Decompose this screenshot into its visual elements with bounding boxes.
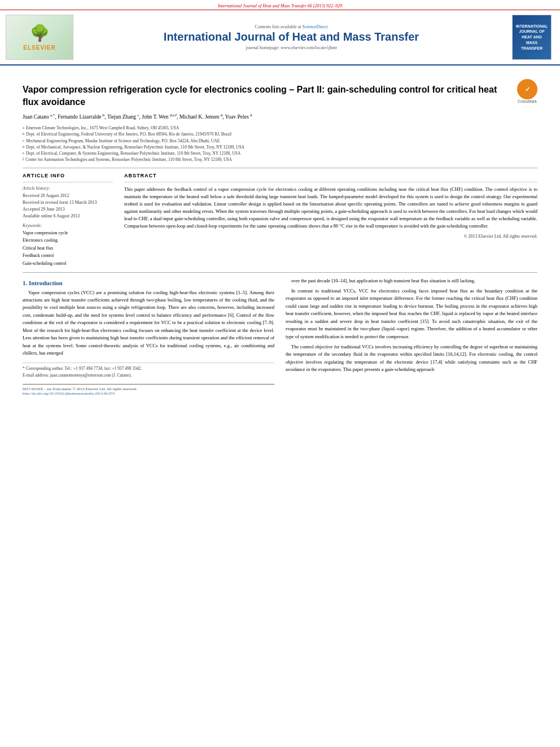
sciencedirect-link[interactable]: ScienceDirect	[303, 24, 328, 29]
affil-text-c: Mechanical Engineering Program, Masdar I…	[26, 138, 220, 144]
journal-header: International Journal of Heat and Mass T…	[0, 0, 560, 10]
article-info-col: ARTICLE INFO Article history: Received 2…	[23, 173, 113, 268]
journal-homepage: journal homepage: www.elsevier.com/locat…	[79, 45, 504, 50]
affil-b: b Dept. of Electrical Engineering, Feder…	[23, 131, 537, 137]
history-label: Article history:	[23, 186, 113, 191]
elsevier-logo-box: 🌳 ELSEVIER	[6, 15, 73, 60]
journal-title: International Journal of Heat and Mass T…	[79, 30, 504, 43]
contents-text: Contents lists available at	[255, 24, 301, 29]
affil-sup-e: e	[23, 150, 24, 156]
bottom-left: 0017-9310/$ – see front matter © 2013 El…	[23, 387, 137, 396]
available-date: Available online 6 August 2013	[23, 213, 113, 220]
revised-date: Received in revised form 13 March 2013	[23, 199, 113, 206]
crossmark-label: CrossMark	[517, 99, 537, 103]
affil-text-b: Dept. of Electrical Engineering, Federal…	[26, 131, 231, 137]
article-info-title: ARTICLE INFO	[23, 173, 113, 178]
intro-para-1: Vapor compression cycles (VCC) are a pro…	[23, 289, 274, 357]
intro-para-2: over the past decade [10–14], but applic…	[286, 277, 537, 285]
abstract-text: This paper addresses the feedback contro…	[124, 186, 537, 230]
affil-sup-a: a	[23, 125, 24, 131]
keywords-label: Keywords:	[23, 223, 113, 228]
keywords-list: Vapor compression cycle Electronics cool…	[23, 229, 113, 268]
footnote-section: * Corresponding author. Tel.: +1 937 494…	[23, 362, 274, 378]
intro-body-left: Vapor compression cycles (VCC) are a pro…	[23, 289, 274, 357]
author-sup-b: b	[103, 113, 105, 117]
sciencedirect-line: Contents lists available at ScienceDirec…	[79, 24, 504, 29]
footnote-star: * Corresponding author. Tel.: +1 937 494…	[23, 365, 274, 372]
intro-para-3: In contrast to traditional VCCs, VCC for…	[286, 287, 537, 340]
affil-text-f: Center for Automation Technologies and S…	[25, 156, 232, 163]
divider-2	[23, 272, 537, 273]
author-sup-e: d	[221, 113, 223, 117]
svg-text:✓: ✓	[525, 86, 530, 93]
info-divider	[23, 182, 113, 182]
doi-link[interactable]: http://dx.doi.org/10.1016/j.ijheatmasstr…	[23, 391, 115, 396]
right-logo-text: INTERNATIONAL JOURNAL OF HEAT AND MASS T…	[516, 24, 548, 51]
author-sup-c: c	[137, 113, 139, 117]
affil-f: f Center for Automation Technologies and…	[23, 156, 537, 163]
affil-sup-b: b	[23, 131, 24, 137]
bottom-bar: 0017-9310/$ – see front matter © 2013 El…	[23, 384, 274, 396]
affil-sup-d: d	[23, 144, 24, 150]
journal-banner: 🌳 ELSEVIER Contents lists available at S…	[0, 10, 560, 65]
received-date: Received 20 August 2012	[23, 193, 113, 199]
keyword-3: Critical heat flux	[23, 244, 113, 252]
doi-line: http://dx.doi.org/10.1016/j.ijheatmasstr…	[23, 391, 137, 396]
body-left-col: 1. Introduction Vapor compression cycles…	[23, 277, 274, 396]
affil-c: c Mechanical Engineering Program, Masdar…	[23, 138, 537, 144]
crossmark-svg: ✓	[521, 83, 533, 95]
authors-line: Juan Catano a,*, Fernando Lizarralde b, …	[23, 112, 537, 121]
divider-1	[23, 168, 537, 168]
affil-text-d: Dept. of Mechanical, Aerospace, & Nuclea…	[26, 144, 244, 150]
journal-header-text: International Journal of Heat and Mass T…	[218, 3, 342, 8]
elsevier-logo-left: 🌳 ELSEVIER	[6, 15, 73, 60]
intro-para-4: The control objective for traditional VC…	[286, 343, 537, 374]
keyword-5: Gain-scheduling control	[23, 260, 113, 268]
crossmark-icon: ✓	[517, 79, 537, 99]
affil-e: e Dept. of Electrical, Computer, & Syste…	[23, 150, 537, 156]
copyright-line: © 2013 Elsevier Ltd. All rights reserved…	[124, 234, 537, 239]
info-abstract-section: ARTICLE INFO Article history: Received 2…	[23, 173, 537, 268]
title-row: Vapor compression refrigeration cycle fo…	[23, 77, 537, 112]
main-content: Vapor compression refrigeration cycle fo…	[0, 65, 560, 401]
affil-sup-c: c	[23, 138, 24, 144]
section-title-text: Introduction	[29, 279, 63, 286]
intro-heading: 1. Introduction	[23, 279, 274, 286]
affil-a: a Emerson Climate Technologies, Inc., 16…	[23, 125, 537, 131]
paper-title: Vapor compression refrigeration cycle fo…	[23, 84, 511, 109]
abstract-divider	[124, 182, 537, 182]
keyword-1: Vapor compression cycle	[23, 229, 113, 237]
banner-center: Contents lists available at ScienceDirec…	[73, 24, 509, 50]
intro-body-right: over the past decade [10–14], but applic…	[286, 277, 537, 374]
accepted-date: Accepted 29 June 2013	[23, 206, 113, 213]
crossmark-badge: ✓ CrossMark	[517, 79, 537, 103]
elsevier-label: ELSEVIER	[23, 45, 55, 51]
affil-text-e: Dept. of Electrical, Computer, & Systems…	[26, 150, 240, 156]
keyword-4: Feedback control	[23, 252, 113, 260]
tree-icon: 🌳	[30, 24, 50, 42]
keyword-2: Electronics cooling	[23, 237, 113, 244]
body-section: 1. Introduction Vapor compression cycles…	[23, 277, 537, 396]
affil-text-a: Emerson Climate Technologies, Inc., 1675…	[26, 125, 179, 131]
journal-logo-right: INTERNATIONAL JOURNAL OF HEAT AND MASS T…	[509, 15, 554, 60]
affil-sup-f: f	[23, 156, 24, 163]
abstract-title: ABSTRACT	[124, 173, 537, 178]
author-sup-f: d	[250, 113, 252, 117]
affiliations: a Emerson Climate Technologies, Inc., 16…	[23, 125, 537, 163]
author-sup-a: a,*	[50, 113, 55, 117]
right-logo-box: INTERNATIONAL JOURNAL OF HEAT AND MASS T…	[512, 15, 552, 60]
body-right-col: over the past decade [10–14], but applic…	[286, 277, 537, 396]
author-sup-d: d,e,f	[170, 113, 177, 117]
issn-line: 0017-9310/$ – see front matter © 2013 El…	[23, 387, 137, 391]
section-number: 1.	[23, 279, 29, 286]
abstract-col: ABSTRACT This paper addresses the feedba…	[124, 173, 537, 268]
affil-d: d Dept. of Mechanical, Aerospace, & Nucl…	[23, 144, 537, 150]
footnote-email: E-mail address: juan.catanomontoya@emers…	[23, 372, 274, 378]
